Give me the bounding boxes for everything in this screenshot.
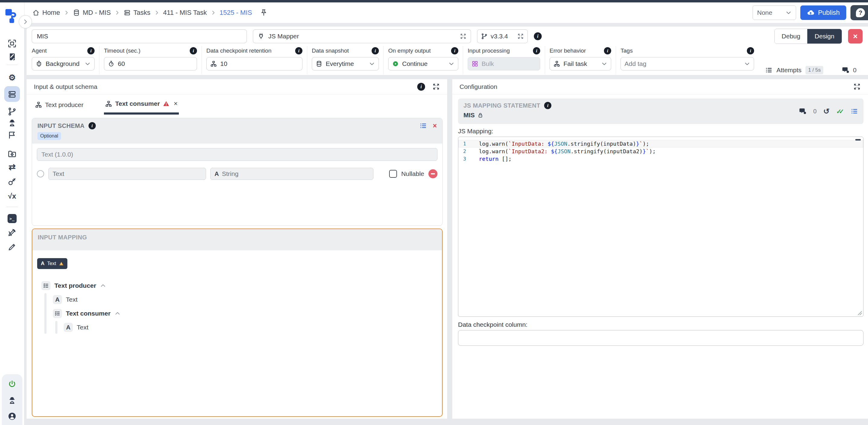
app-logo[interactable] [5,8,19,24]
agent-select[interactable]: Background [32,57,95,70]
configuration-title: Configuration [460,83,497,90]
edit-pencil-icon[interactable] [7,242,17,252]
tab-text-consumer[interactable]: Text consumer × [104,98,179,115]
chevron-down-icon [601,61,607,67]
tree-field-text[interactable]: A Text [41,321,437,334]
tree-field-text[interactable]: A Text [41,293,437,306]
functions-sqrt-icon[interactable]: √x [7,191,17,201]
publish-button[interactable]: Publish [800,5,846,20]
notes-icon[interactable] [7,52,17,62]
version-select[interactable]: v3.3.4 [477,29,528,43]
settings-gear-icon[interactable]: ⚙ [7,72,17,83]
breadcrumb-home[interactable]: Home [32,9,60,17]
breadcrumb-task[interactable]: 411 - MIS Task [163,9,207,17]
comments-icon [842,66,849,74]
field-label: Input processing [468,48,510,54]
design-tools-icon[interactable] [7,227,17,238]
agent-status-icon[interactable] [7,395,17,406]
code-token: `InputData2: [508,148,551,154]
info-icon[interactable]: i [372,47,379,54]
help-button[interactable]: ? [850,5,868,20]
tasks-icon[interactable] [7,89,17,99]
error-behavior-select[interactable]: Fail task [550,57,611,70]
expand-icon[interactable] [460,33,466,39]
debug-button[interactable]: Debug [775,29,807,43]
checkpoint-input[interactable] [458,330,864,346]
sidebar-collapse-button[interactable] [19,15,32,28]
pin-icon[interactable] [260,9,268,17]
breadcrumb-tasks[interactable]: Tasks [124,9,151,17]
remove-field-button[interactable] [428,169,437,178]
chevron-right-icon [115,10,120,16]
connector-label: JS Mapper [268,33,299,40]
chevron-up-icon[interactable] [100,283,106,289]
breadcrumb-current[interactable]: 1525 - MIS [220,9,252,17]
close-task-button[interactable]: × [848,29,863,43]
connector-select[interactable]: JS Mapper [253,29,471,43]
tree-node-text-consumer[interactable]: Text consumer [41,306,437,321]
info-icon[interactable]: i [747,47,754,54]
schema-panel: Input & output schema i Text producer Te… [27,79,447,419]
power-icon[interactable] [7,379,17,389]
bulk-grid-icon [472,60,478,67]
task-name-input[interactable]: MIS [32,29,247,43]
validate-check-icon[interactable]: ✓✓ [836,108,844,115]
nullable-checkbox[interactable] [389,170,397,178]
tree-node-text-producer[interactable]: Text producer [41,279,437,293]
flags-icon[interactable] [7,130,17,140]
attempts-button[interactable]: Attempts 1 / 5s [765,63,823,77]
tab-close-icon[interactable]: × [174,100,178,108]
js-code-editor[interactable]: 1 log.warn(`InputData: ${JSON.stringify(… [458,136,864,317]
field-label: Agent [32,48,47,54]
editor-resize-handle[interactable] [858,311,862,315]
editor-scrollbar-thumb[interactable] [855,139,861,141]
schema-remove-icon[interactable]: × [433,122,437,129]
terminal-icon[interactable]: >_ [7,213,17,224]
info-icon[interactable]: i [295,47,303,54]
expand-icon[interactable] [517,33,524,39]
schema-type-input[interactable]: Text (1.0.0) [37,148,437,161]
tags-select[interactable]: Add tag [621,57,754,70]
timeout-input[interactable]: 60 [104,57,197,70]
field-name-input[interactable]: Text [48,168,206,180]
tab-text-producer[interactable]: Text producer [34,98,85,115]
pipelines-branch-icon[interactable] [7,107,17,117]
setting-tags: Tagsi Add tag [616,46,758,74]
comments-button[interactable]: 0 [842,63,857,77]
undo-icon[interactable]: ↺ [823,108,830,115]
chevron-up-icon[interactable] [115,310,121,316]
empty-output-select[interactable]: Continue [388,57,458,70]
breadcrumb-database[interactable]: MD - MIS [73,9,111,17]
info-icon[interactable]: i [534,32,542,40]
project-folder-icon[interactable] [7,149,17,159]
snapshot-select[interactable]: Everytime [312,57,379,70]
info-icon[interactable]: i [544,102,551,109]
expand-icon[interactable] [853,83,861,90]
scan-icon[interactable] [7,38,17,49]
retention-input[interactable]: 10 [206,57,303,70]
statement-list-icon[interactable] [851,108,858,115]
schema-tabs: Text producer Text consumer × [27,94,447,115]
design-button[interactable]: Design [807,29,842,43]
schedule-select[interactable]: None [752,5,796,20]
agents-icon[interactable] [7,118,17,128]
info-icon[interactable]: i [417,83,425,91]
user-account-icon[interactable] [7,411,17,421]
info-icon[interactable]: i [533,47,540,54]
info-icon[interactable]: i [604,47,611,54]
info-icon[interactable]: i [87,47,95,54]
info-icon[interactable]: i [190,47,197,54]
database-icon [316,60,322,67]
mapping-chip-text[interactable]: A Text [37,258,67,269]
transfer-icon[interactable]: ⇄ [7,162,17,172]
expand-icon[interactable] [432,83,440,90]
info-icon[interactable]: i [89,122,96,129]
field-type-select[interactable]: AString [210,168,373,180]
list-check-icon [53,309,62,318]
info-icon[interactable]: i [451,47,458,54]
field-radio[interactable] [37,170,44,177]
schema-list-icon[interactable] [420,122,427,129]
keys-icon[interactable] [7,177,17,187]
js-mapping-statement-bar: JS MAPPING STATEMENT i MIS 0 ↺ ✓✓ [458,98,864,124]
comments-icon[interactable] [799,107,807,115]
